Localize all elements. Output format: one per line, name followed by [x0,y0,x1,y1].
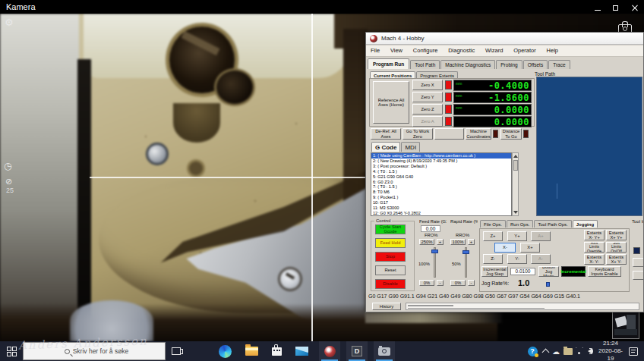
rro-slider-handle[interactable] [462,250,469,254]
gcode-line[interactable]: 6: G0 Z3.0 [371,180,511,185]
gcode-line[interactable]: 11: M3 S3000 [371,206,511,211]
gcode-line[interactable]: 9: ( Pocket1 ) [371,195,511,200]
gcode-line[interactable]: 3: ( Post processor: Default ) [371,164,511,169]
gcode-scrollbar[interactable] [512,152,519,216]
tray-help-button[interactable]: ? [526,341,539,361]
toolinfo-button-1[interactable] [633,258,644,267]
soft-limits-button[interactable]: Soft Limits On/Off [606,242,627,253]
tab-tool-path-ops[interactable]: Tool Path Ops. [534,220,571,228]
gcode-line[interactable]: 7: ( T0 : 1.5 ) [371,184,511,190]
menu-diagnostic[interactable]: Diagnostic [444,46,479,54]
reset-button[interactable]: Reset [375,265,406,275]
machine-coordinates-button[interactable]: Machine Coordinates [466,128,491,140]
fro-minus-button[interactable]: - [437,280,444,286]
gcode-line[interactable]: 1: ( Made using CamBam : http://www.camb… [371,153,511,159]
extents-xp-yp-button[interactable]: Extents X+ Y+ [606,230,627,240]
jog-z-plus-button[interactable]: Z+ [483,231,503,241]
tray-volume-button[interactable] [585,341,595,361]
task-view-button[interactable] [167,341,185,361]
tab-mdi[interactable]: MDI [401,142,420,152]
cycle-start-button[interactable]: Cycle Start Gcode [375,224,406,234]
stop-button[interactable]: Stop [375,252,406,262]
camera-taskbar-button[interactable] [374,341,395,361]
minimize-button[interactable] [594,5,601,12]
tab-jogging[interactable]: Jogging [573,220,598,228]
gcode-line[interactable]: 10: G17 [371,200,511,206]
photo-timer-icon[interactable]: ◷ [4,161,11,171]
scroll-thumb[interactable] [513,160,518,171]
maximize-button[interactable] [612,5,620,12]
toolpath-canvas[interactable] [536,77,642,216]
keyboard-inputs-enable-button[interactable]: Keyboard Inputs Enable [588,266,621,277]
disable-button[interactable]: Disable [375,279,406,289]
zero-y-button[interactable]: Zero Y [412,92,443,102]
tab-offsets[interactable]: Offsets [523,60,548,69]
gcode-line[interactable]: 8: T0 M6 [371,190,511,195]
rro-minus-button[interactable]: - [468,280,475,286]
history-log-field[interactable] [406,303,639,310]
distance-to-go-button[interactable]: Distance To Go [500,128,522,140]
jog-x-plus-button[interactable]: X+ [520,243,540,253]
menu-file[interactable]: File [366,46,384,54]
jog-step-value[interactable]: 0.0100 [510,268,535,275]
scroll-up-icon[interactable] [513,154,518,159]
store-button[interactable] [267,341,286,361]
tray-chevron-button[interactable] [540,341,551,361]
tab-trace[interactable]: Trace [548,60,570,69]
fro-plus-button[interactable]: + [437,239,444,245]
tab-probing[interactable]: Probing [496,60,522,69]
feed-hold-button[interactable]: Feed Hold [375,238,406,248]
mail-button[interactable] [292,341,311,361]
tab-tool-path[interactable]: Tool Path [410,60,440,69]
rro-plus-button[interactable]: + [468,239,475,245]
tab-run-ops[interactable]: Run Ops. [507,220,533,228]
close-button[interactable] [631,5,639,12]
scroll-down-icon[interactable] [513,210,518,215]
taskbar-clock[interactable]: 21:24 2020-08-19 [597,341,624,361]
edge-button[interactable] [215,341,235,361]
zero-z-button[interactable]: Zero Z [412,104,443,115]
timer-off-icon[interactable]: ⊘ [5,177,12,187]
zero-x-button[interactable]: Zero X [412,80,443,90]
jog-y-minus-button[interactable]: Y- [507,254,527,264]
jog-a-plus-button[interactable]: A+ [531,231,551,241]
tab-machine-diagnostics[interactable]: Machine Diagnostics [440,60,495,69]
menu-help[interactable]: Help [542,46,563,54]
fro-slider-handle[interactable] [431,250,438,253]
menu-wizard[interactable]: Wizard [481,46,507,54]
gcode-list[interactable]: 1: ( Made using CamBam : http://www.camb… [371,152,512,216]
extents-xp-ym-button[interactable]: Extents X+ Y- [606,254,627,265]
jog-z-minus-button[interactable]: Z- [483,254,503,264]
mach4-taskbar-button[interactable] [319,341,340,361]
mach4-titlebar[interactable]: Mach 4 - Hobby [366,33,643,45]
menu-view[interactable]: View [386,46,407,54]
extents-xm-yp-button[interactable]: Extents X- Y+ [584,230,605,240]
gcode-line[interactable]: 2: ( New Drawing (4) 8/19/2020 7:49:35 P… [371,159,511,164]
jog-rate-slider[interactable] [546,282,550,287]
gcode-line[interactable]: 4: ( T0 : 1.5 ) [371,169,511,174]
axis-limits-override-button[interactable]: Axis Limits Override [584,242,605,253]
menu-configure[interactable]: Configure [409,46,443,54]
tab-program-run[interactable]: Program Run [368,58,409,69]
onedrive-button[interactable]: ☁ [550,341,562,361]
menu-operator[interactable]: Operator [509,46,541,54]
deref-all-axes-button[interactable]: De-Ref. All Axes [371,128,401,140]
app-d-taskbar-button[interactable]: D [346,341,368,361]
settings-gear-icon[interactable]: ⚙ [5,17,14,28]
jog-x-minus-button[interactable]: X- [494,243,516,253]
file-explorer-button[interactable] [242,341,261,361]
photo-preview-thumbnail[interactable] [612,312,639,339]
extents-xm-ym-button[interactable]: Extents X- Y- [584,254,605,265]
history-button[interactable]: History [372,303,401,310]
button-jog-mode-button[interactable]: Button Jog Mode [538,266,559,277]
start-button[interactable] [2,341,21,361]
reference-all-axes-button[interactable]: Reference All Axes (Home) [373,81,409,124]
gcode-line[interactable]: 12: G0 X0.2646 Y-0.2802 [371,211,511,216]
jog-y-plus-button[interactable]: Y+ [507,231,527,241]
tray-drive-button[interactable] [562,341,574,361]
jog-a-minus-button[interactable]: A- [531,254,551,264]
action-center-button[interactable] [626,341,641,361]
tray-network-button[interactable] [574,341,585,361]
toolinfo-button-2[interactable] [633,271,644,280]
goto-work-zero-button[interactable]: Go To Work Zero [402,128,433,140]
